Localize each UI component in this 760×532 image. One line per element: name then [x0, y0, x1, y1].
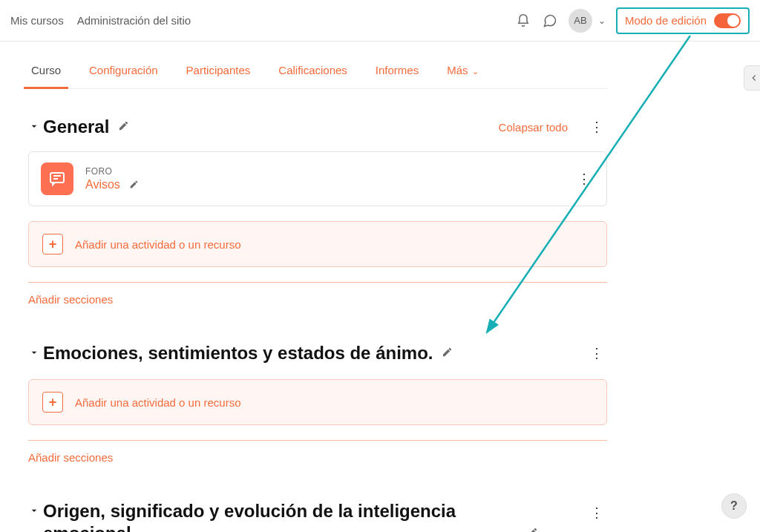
tab-participants[interactable]: Participantes	[183, 58, 254, 88]
edit-activity-icon[interactable]	[129, 179, 139, 191]
add-activity-button[interactable]: +	[42, 234, 63, 254]
section-body: + Añadir una actividad o un recurso	[28, 379, 607, 425]
add-activity-box: + Añadir una actividad o un recurso	[28, 221, 607, 267]
tab-reports[interactable]: Informes	[373, 58, 422, 88]
topbar-left: Mis cursos Administración del sitio	[10, 14, 191, 27]
edit-title-icon[interactable]	[118, 120, 129, 134]
edit-title-icon[interactable]	[442, 347, 453, 360]
section-general: General Colapsar todo ⋮ FORO Avisos	[28, 116, 607, 306]
add-activity-button[interactable]: +	[42, 392, 63, 413]
section-header: General Colapsar todo ⋮	[28, 116, 607, 138]
add-activity-link[interactable]: Añadir una actividad o un recurso	[75, 396, 240, 409]
section-title: General	[43, 116, 109, 138]
tab-grades[interactable]: Calificaciones	[275, 58, 350, 88]
section-menu-icon[interactable]: ⋮	[586, 505, 607, 521]
topbar: Mis cursos Administración del sitio AB ⌄…	[0, 0, 760, 42]
forum-icon	[41, 162, 73, 195]
activity-card: FORO Avisos ⋮	[28, 151, 607, 206]
edit-mode-control: Modo de edición	[616, 7, 750, 34]
edit-mode-toggle[interactable]	[714, 13, 741, 28]
edit-title-icon[interactable]	[527, 527, 538, 532]
help-button[interactable]: ?	[721, 493, 747, 519]
section-divider	[28, 282, 607, 283]
section-emociones: Emociones, sentimientos y estados de áni…	[28, 342, 607, 464]
section-body: FORO Avisos ⋮ + Añadir una ac	[28, 151, 607, 267]
add-activity-box: + Añadir una actividad o un recurso	[28, 379, 607, 425]
collapse-all-link[interactable]: Colapsar todo	[499, 121, 568, 134]
collapse-toggle-icon[interactable]	[28, 505, 43, 519]
course-tabs: Curso Configuración Participantes Califi…	[28, 58, 607, 89]
activity-actions: ⋮	[573, 171, 594, 187]
topbar-right: AB ⌄ Modo de edición	[515, 7, 750, 34]
add-sections-link[interactable]: Añadir secciones	[28, 293, 113, 306]
activity-type-label: FORO	[85, 166, 139, 177]
tab-settings[interactable]: Configuración	[86, 58, 161, 88]
tab-more[interactable]: Más ⌄	[444, 58, 481, 88]
sections: General Colapsar todo ⋮ FORO Avisos	[28, 116, 607, 532]
edit-mode-label: Modo de edición	[625, 14, 707, 27]
activity-meta: FORO Avisos	[85, 166, 139, 191]
collapse-toggle-icon[interactable]	[28, 347, 43, 361]
section-title: Emociones, sentimientos y estados de áni…	[43, 342, 433, 364]
section-title: Origen, significado y evolución de la in…	[43, 500, 518, 532]
user-menu-caret-icon[interactable]: ⌄	[598, 16, 606, 26]
chevron-down-icon: ⌄	[470, 67, 479, 76]
avatar[interactable]: AB	[569, 9, 592, 33]
section-header: Emociones, sentimientos y estados de áni…	[28, 342, 607, 364]
section-menu-icon[interactable]: ⋮	[586, 119, 607, 135]
svg-rect-0	[50, 173, 64, 183]
main-column: Curso Configuración Participantes Califi…	[0, 42, 607, 532]
messages-icon[interactable]	[542, 13, 558, 29]
collapse-toggle-icon[interactable]	[28, 120, 43, 134]
section-origen: Origen, significado y evolución de la in…	[28, 500, 607, 532]
tab-course[interactable]: Curso	[28, 58, 64, 88]
section-divider	[28, 440, 607, 441]
nav-my-courses[interactable]: Mis cursos	[10, 14, 64, 27]
section-menu-icon[interactable]: ⋮	[586, 345, 607, 361]
add-activity-link[interactable]: Añadir una actividad o un recurso	[75, 238, 240, 251]
nav-site-admin[interactable]: Administración del sitio	[77, 14, 191, 27]
add-sections-link[interactable]: Añadir secciones	[28, 451, 113, 464]
notifications-icon[interactable]	[515, 13, 531, 29]
drawer-toggle[interactable]	[744, 65, 760, 91]
activity-menu-icon[interactable]: ⋮	[573, 171, 594, 186]
activity-link[interactable]: Avisos	[85, 178, 120, 191]
section-header: Origen, significado y evolución de la in…	[28, 500, 607, 532]
